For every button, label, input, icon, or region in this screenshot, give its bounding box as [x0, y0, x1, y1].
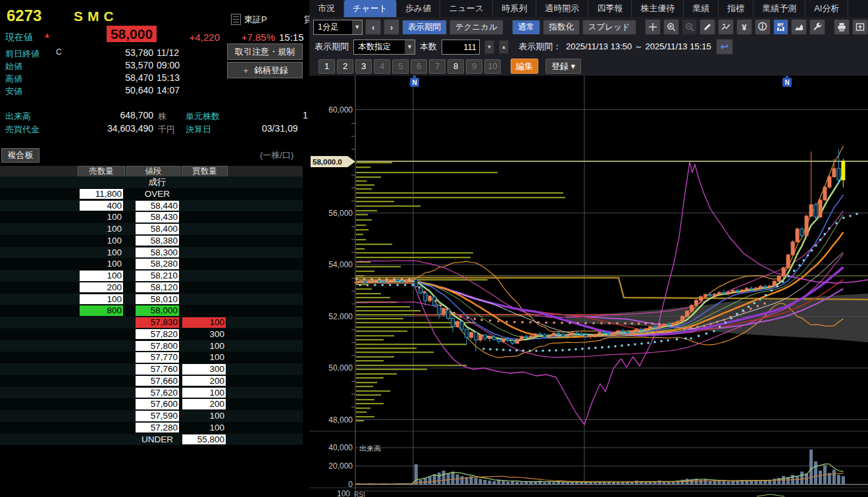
price-level[interactable]: 58,210: [136, 271, 179, 281]
pattern-button-2[interactable]: 2: [337, 59, 353, 74]
price-level[interactable]: OVER: [136, 189, 179, 199]
buy-quantity[interactable]: 55,800: [182, 434, 226, 445]
sell-quantity[interactable]: 400: [80, 201, 123, 211]
pattern-button-5[interactable]: 5: [392, 59, 409, 74]
area-chart-icon[interactable]: [791, 19, 807, 35]
pattern-button-7[interactable]: 7: [429, 59, 446, 74]
pattern-button-9[interactable]: 9: [466, 59, 482, 74]
settlement-label: 決算日: [186, 124, 211, 136]
price-level[interactable]: 58,120: [136, 282, 179, 293]
mode-指数化[interactable]: 指数化: [543, 20, 580, 35]
pattern-button-6[interactable]: 6: [411, 59, 427, 74]
tab-市況[interactable]: 市況: [309, 0, 344, 17]
sell-quantity[interactable]: 11,800: [80, 189, 123, 199]
price-level[interactable]: 57,760: [136, 364, 179, 375]
price-level[interactable]: 58,440: [136, 201, 179, 211]
toolbar-表示期間[interactable]: 表示期間: [402, 20, 447, 35]
zoom-out-icon[interactable]: [682, 19, 698, 35]
buy-quantity[interactable]: 100: [182, 317, 226, 328]
register-symbol-button[interactable]: ＋ 銘柄登録: [227, 62, 303, 78]
pattern-button-8[interactable]: 8: [447, 59, 464, 74]
prev-arrow-button[interactable]: ‹: [365, 19, 381, 35]
sell-quantity[interactable]: 100: [80, 271, 123, 281]
yen-icon[interactable]: ¥: [736, 19, 752, 35]
next-arrow-button[interactable]: ›: [384, 19, 399, 35]
price-level[interactable]: 58,400: [136, 224, 179, 234]
buy-quantity[interactable]: 100: [182, 352, 226, 363]
price-level[interactable]: 57,820: [136, 329, 179, 340]
price-chart[interactable]: 60,00056,00054,00052,00050,00048,00040,0…: [309, 76, 868, 497]
price-level[interactable]: 58,000: [136, 305, 179, 316]
buy-quantity[interactable]: 100: [182, 388, 226, 398]
sell-quantity[interactable]: 100: [80, 236, 123, 246]
register-button[interactable]: 登録 ▾: [546, 59, 581, 74]
sell-quantity[interactable]: 100: [80, 212, 123, 222]
sell-quantity[interactable]: 200: [80, 282, 123, 293]
price-level[interactable]: 57,770: [136, 352, 179, 363]
tab-チャート[interactable]: チャート: [344, 0, 397, 17]
pattern-button-3[interactable]: 3: [355, 59, 372, 74]
wrench-icon[interactable]: [809, 19, 825, 35]
tab-指標[interactable]: 指標: [719, 0, 753, 17]
mode-通常[interactable]: 通常: [512, 20, 540, 35]
buy-quantity[interactable]: 200: [182, 376, 226, 386]
buy-quantity[interactable]: 100: [182, 411, 226, 421]
price-level[interactable]: 57,590: [136, 411, 179, 421]
tab-四季報[interactable]: 四季報: [588, 0, 632, 17]
tab-歩み値[interactable]: 歩み値: [397, 0, 440, 17]
pattern-button-10[interactable]: 10: [484, 59, 501, 74]
export-window-icon[interactable]: [852, 19, 868, 35]
my-chart-icon[interactable]: MY: [773, 19, 789, 35]
toolbar-テクニカル[interactable]: テクニカル: [449, 20, 503, 35]
trendline-tool-icon[interactable]: [718, 19, 734, 35]
count-down-button[interactable]: ▼: [484, 40, 494, 54]
bar-count-input[interactable]: [442, 39, 480, 55]
price-level[interactable]: 58,280: [136, 259, 179, 269]
printer-icon[interactable]: [834, 19, 850, 35]
price-level[interactable]: 57,800: [136, 341, 179, 352]
price-level[interactable]: 57,600: [136, 399, 179, 409]
buy-quantity[interactable]: 200: [182, 399, 226, 409]
tab-時系列[interactable]: 時系列: [493, 0, 536, 17]
reset-period-icon[interactable]: ↩: [716, 39, 733, 55]
tab-ニュース[interactable]: ニュース: [440, 0, 493, 17]
price-level[interactable]: 57,280: [136, 423, 179, 433]
period-preset-dropdown[interactable]: 本数指定 ▼: [353, 39, 415, 55]
crosshair-icon[interactable]: [645, 19, 661, 35]
buy-quantity[interactable]: 300: [182, 364, 226, 375]
pattern-button-1[interactable]: 1: [319, 59, 335, 74]
order-book-row: 10058,300: [0, 247, 303, 259]
price-level[interactable]: 57,660: [136, 376, 179, 386]
zoom-in-icon[interactable]: [663, 19, 679, 35]
tab-業績[interactable]: 業績: [684, 0, 719, 17]
buy-quantity[interactable]: 300: [182, 329, 226, 340]
price-level[interactable]: 57,620: [136, 388, 179, 398]
trade-caution-button[interactable]: 取引注意・規制: [227, 43, 303, 60]
pencil-icon[interactable]: [700, 19, 715, 35]
sell-quantity[interactable]: 100: [80, 294, 123, 305]
info-icon[interactable]: ⓘ: [755, 19, 771, 35]
tab-株主優待[interactable]: 株主優待: [632, 0, 684, 17]
tab-AI分析[interactable]: AI分析: [805, 0, 848, 17]
price-level[interactable]: 57,830: [136, 317, 179, 328]
sell-quantity[interactable]: 100: [80, 224, 123, 234]
price-level[interactable]: 58,380: [136, 236, 179, 246]
buy-quantity[interactable]: 100: [182, 341, 226, 352]
mode-スプレッド[interactable]: スプレッド: [582, 20, 636, 35]
price-level[interactable]: UNDER: [136, 434, 179, 445]
price-level[interactable]: 58,010: [136, 294, 179, 305]
price-level[interactable]: 58,430: [136, 212, 179, 222]
composite-board-button[interactable]: 複合板: [1, 148, 39, 163]
tab-業績予測[interactable]: 業績予測: [753, 0, 805, 17]
tab-適時開示[interactable]: 適時開示: [536, 0, 588, 17]
pattern-button-4[interactable]: 4: [374, 59, 390, 74]
sell-quantity[interactable]: 100: [80, 259, 123, 269]
price-level[interactable]: 成行: [136, 177, 179, 188]
edit-button[interactable]: 編集: [511, 59, 538, 74]
price-level[interactable]: 58,300: [136, 248, 179, 258]
sell-quantity[interactable]: 800: [80, 305, 123, 316]
buy-quantity[interactable]: 100: [182, 423, 226, 433]
interval-dropdown[interactable]: 1分足▼: [313, 20, 363, 35]
sell-quantity[interactable]: 100: [80, 248, 123, 258]
count-up-button[interactable]: ▲: [499, 40, 509, 54]
